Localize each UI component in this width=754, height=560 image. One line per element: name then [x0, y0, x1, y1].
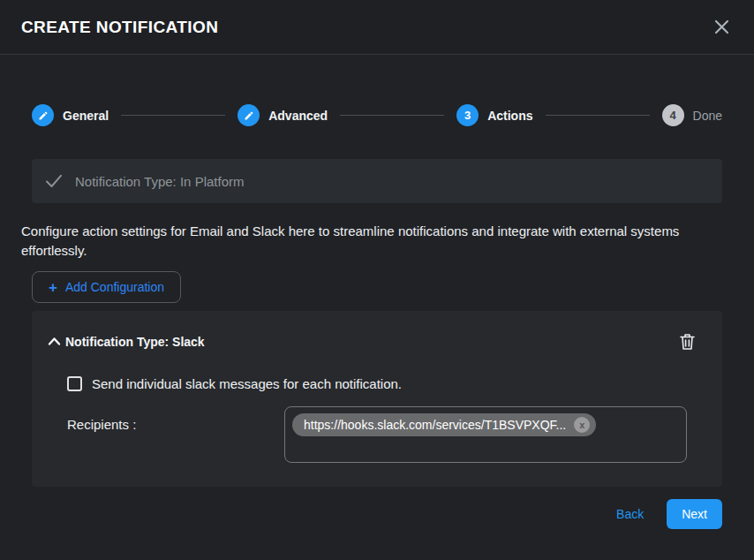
next-button[interactable]: Next: [667, 499, 722, 529]
close-icon[interactable]: [710, 16, 733, 39]
step-label: Done: [693, 109, 722, 123]
recipient-chip-text: https://hooks.slack.com/services/T1BSVPX…: [304, 418, 566, 432]
individual-messages-row: Send individual slack messages for each …: [67, 376, 687, 391]
notification-type-banner: Notification Type: In Platform: [32, 159, 722, 203]
back-button[interactable]: Back: [616, 507, 644, 521]
plus-icon: +: [49, 280, 57, 295]
chevron-up-icon[interactable]: [48, 337, 61, 346]
stepper-connector: [546, 115, 650, 116]
step-label: General: [63, 109, 109, 123]
step-actions[interactable]: 3 Actions: [456, 104, 532, 126]
modal-header: CREATE NOTIFICATION: [0, 0, 754, 55]
stepper-connector: [121, 115, 225, 116]
step-general[interactable]: General: [32, 104, 109, 126]
add-configuration-label: Add Configuration: [65, 280, 164, 294]
trash-icon[interactable]: [679, 332, 696, 351]
actions-description: Configure action settings for Email and …: [21, 222, 719, 261]
step-number-badge: 3: [456, 104, 479, 126]
create-notification-modal: CREATE NOTIFICATION General Advanced: [0, 0, 754, 560]
step-number-badge: 4: [662, 104, 684, 126]
slack-panel-title: Notification Type: Slack: [65, 335, 205, 349]
stepper-connector: [340, 115, 444, 116]
step-label: Actions: [487, 109, 532, 123]
slack-panel-header: Notification Type: Slack: [32, 332, 722, 351]
add-configuration-button[interactable]: + Add Configuration: [32, 271, 181, 303]
recipients-input[interactable]: https://hooks.slack.com/services/T1BSVPX…: [284, 406, 687, 463]
checkmark-icon: [45, 173, 63, 189]
slack-configuration-panel: Notification Type: Slack Send individual…: [32, 311, 722, 487]
modal-content: General Advanced 3 Actions 4 Done: [0, 55, 754, 560]
step-advanced[interactable]: Advanced: [238, 104, 328, 126]
step-label: Advanced: [268, 109, 328, 123]
recipient-chip: https://hooks.slack.com/services/T1BSVPX…: [292, 413, 596, 436]
pencil-edit-icon: [32, 104, 54, 126]
notification-type-banner-label: Notification Type: In Platform: [75, 174, 244, 189]
modal-footer: Back Next: [32, 499, 722, 529]
step-done: 4 Done: [662, 104, 722, 126]
recipients-label: Recipients :: [67, 406, 284, 432]
individual-messages-checkbox[interactable]: [67, 376, 82, 391]
chip-remove-icon[interactable]: x: [574, 417, 590, 433]
wizard-stepper: General Advanced 3 Actions 4 Done: [32, 104, 722, 126]
recipients-row: Recipients : https://hooks.slack.com/ser…: [67, 406, 687, 463]
modal-title: CREATE NOTIFICATION: [21, 18, 218, 37]
individual-messages-label: Send individual slack messages for each …: [92, 376, 402, 391]
pencil-edit-icon: [238, 104, 260, 126]
